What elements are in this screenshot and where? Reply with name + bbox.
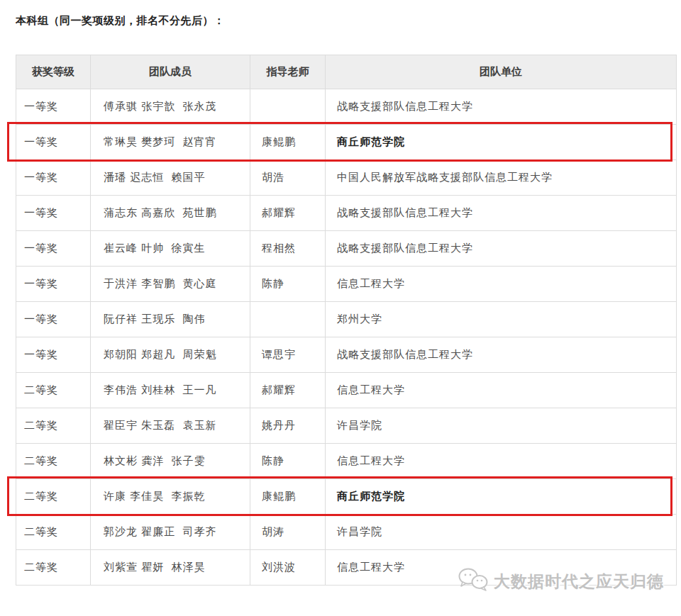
team-members-cell: 崔云峰 叶帅 徐寅生: [91, 231, 250, 267]
team-unit-cell: 信息工程大学: [326, 373, 677, 408]
award-level-cell: 二等奖: [16, 550, 91, 586]
team-members-cell: 阮仔祥 王现乐 陶伟: [91, 302, 250, 337]
advisor-cell: 胡涛: [250, 515, 326, 550]
advisor-cell: [250, 302, 326, 337]
table-row: 二等奖 林文彬 龚洋 张子雯 陈静 信息工程大学: [16, 444, 677, 479]
table-row: 二等奖 翟臣宇 朱玉磊 袁玉新 姚丹丹 许昌学院: [16, 408, 677, 444]
team-unit-cell: 信息工程大学: [326, 444, 677, 479]
award-level-cell: 二等奖: [16, 479, 91, 515]
award-level-cell: 一等奖: [16, 89, 91, 125]
team-members-cell: 潘璠 迟志恒 赖国平: [91, 160, 250, 196]
award-level-cell: 一等奖: [16, 196, 91, 231]
team-unit-cell: 战略支援部队信息工程大学: [326, 231, 677, 267]
award-level-cell: 一等奖: [16, 302, 91, 337]
team-unit-cell: 战略支援部队信息工程大学: [326, 196, 677, 231]
watermark-text: 大数据时代之应天归德: [494, 571, 664, 593]
team-unit-cell: 商丘师范学院: [326, 479, 677, 515]
table-row: 一等奖 阮仔祥 王现乐 陶伟 郑州大学: [16, 302, 677, 337]
header-award-level: 获奖等级: [16, 55, 91, 89]
team-members-cell: 于洪洋 李智鹏 黄心庭: [91, 267, 250, 302]
team-unit-cell: 许昌学院: [326, 515, 677, 550]
team-members-cell: 刘紫萱 瞿妍 林泽昊: [91, 550, 250, 586]
team-members-cell: 许康 李佳昊 李振乾: [91, 479, 250, 515]
header-team-members: 团队成员: [91, 55, 250, 89]
award-level-cell: 二等奖: [16, 408, 91, 444]
team-members-cell: 蒲志东 高嘉欣 苑世鹏: [91, 196, 250, 231]
award-level-cell: 一等奖: [16, 267, 91, 302]
header-advisor: 指导老师: [250, 55, 326, 89]
page-title: 本科组（同一奖项级别，排名不分先后）：: [16, 14, 225, 28]
advisor-cell: 康鲲鹏: [250, 125, 326, 160]
advisor-cell: 刘洪波: [250, 550, 326, 586]
team-members-cell: 傅承骐 张宇歆 张永茂: [91, 89, 250, 125]
advisor-cell: 姚丹丹: [250, 408, 326, 444]
team-members-cell: 郑朝阳 郑超凡 周荣魁: [91, 337, 250, 373]
team-unit-cell: 中国人民解放军战略支援部队信息工程大学: [326, 160, 677, 196]
watermark: 大数据时代之应天归德: [458, 567, 664, 595]
advisor-cell: 郝耀辉: [250, 373, 326, 408]
award-table: 获奖等级 团队成员 指导老师 团队单位 一等奖 傅承骐 张宇歆 张永茂 战略支援…: [16, 55, 677, 586]
advisor-cell: 胡浩: [250, 160, 326, 196]
chat-bubbles-icon: [458, 567, 490, 595]
team-unit-cell: 战略支援部队信息工程大学: [326, 89, 677, 125]
table-row: 一等奖 潘璠 迟志恒 赖国平 胡浩 中国人民解放军战略支援部队信息工程大学: [16, 160, 677, 196]
award-level-cell: 二等奖: [16, 373, 91, 408]
team-members-cell: 翟臣宇 朱玉磊 袁玉新: [91, 408, 250, 444]
team-unit-cell: 信息工程大学: [326, 267, 677, 302]
table-row: 一等奖 于洪洋 李智鹏 黄心庭 陈静 信息工程大学: [16, 267, 677, 302]
table-row: 一等奖 崔云峰 叶帅 徐寅生 程相然 战略支援部队信息工程大学: [16, 231, 677, 267]
team-members-cell: 常琳昊 樊梦珂 赵宵宵: [91, 125, 250, 160]
team-members-cell: 李伟浩 刘桂林 王一凡: [91, 373, 250, 408]
table-row: 一等奖 常琳昊 樊梦珂 赵宵宵 康鲲鹏 商丘师范学院: [16, 125, 677, 160]
table-row: 一等奖 郑朝阳 郑超凡 周荣魁 谭思宇 战略支援部队信息工程大学: [16, 337, 677, 373]
table-body: 一等奖 傅承骐 张宇歆 张永茂 战略支援部队信息工程大学 一等奖 常琳昊 樊梦珂…: [16, 89, 677, 586]
advisor-cell: 程相然: [250, 231, 326, 267]
advisor-cell: 谭思宇: [250, 337, 326, 373]
header-team-unit: 团队单位: [326, 55, 677, 89]
award-level-cell: 一等奖: [16, 125, 91, 160]
table-header-row: 获奖等级 团队成员 指导老师 团队单位: [16, 55, 677, 89]
advisor-cell: 康鲲鹏: [250, 479, 326, 515]
advisor-cell: 郝耀辉: [250, 196, 326, 231]
team-unit-cell: 郑州大学: [326, 302, 677, 337]
table-row: 一等奖 蒲志东 高嘉欣 苑世鹏 郝耀辉 战略支援部队信息工程大学: [16, 196, 677, 231]
table-row: 二等奖 许康 李佳昊 李振乾 康鲲鹏 商丘师范学院: [16, 479, 677, 515]
table-row: 一等奖 傅承骐 张宇歆 张永茂 战略支援部队信息工程大学: [16, 89, 677, 125]
table-row: 二等奖 郭沙龙 翟廉正 司孝齐 胡涛 许昌学院: [16, 515, 677, 550]
team-unit-cell: 许昌学院: [326, 408, 677, 444]
advisor-cell: 陈静: [250, 444, 326, 479]
team-members-cell: 林文彬 龚洋 张子雯: [91, 444, 250, 479]
award-level-cell: 二等奖: [16, 515, 91, 550]
advisor-cell: [250, 89, 326, 125]
award-level-cell: 一等奖: [16, 337, 91, 373]
award-level-cell: 一等奖: [16, 160, 91, 196]
award-level-cell: 一等奖: [16, 231, 91, 267]
advisor-cell: 陈静: [250, 267, 326, 302]
table-row: 二等奖 李伟浩 刘桂林 王一凡 郝耀辉 信息工程大学: [16, 373, 677, 408]
team-unit-cell: 商丘师范学院: [326, 125, 677, 160]
award-level-cell: 二等奖: [16, 444, 91, 479]
team-members-cell: 郭沙龙 翟廉正 司孝齐: [91, 515, 250, 550]
team-unit-cell: 战略支援部队信息工程大学: [326, 337, 677, 373]
